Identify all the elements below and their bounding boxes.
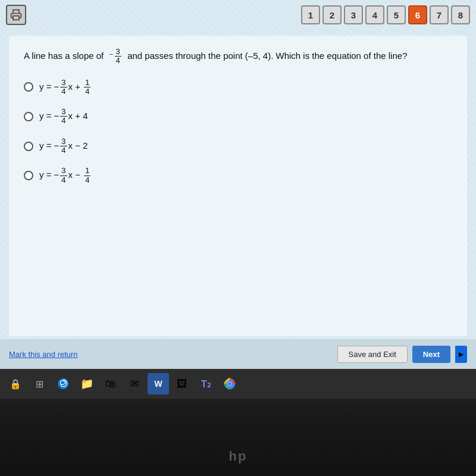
slope-fraction: 34 [115, 48, 121, 65]
taskbar-taskview-icon[interactable]: ⊞ [29, 373, 50, 394]
taskbar-security-icon[interactable]: 🔒 [5, 373, 26, 394]
question-area: A line has a slope of ⁻34 and passes thr… [9, 36, 467, 336]
answer-options: y = −34x + 14 y = −34x + 4 y = −34x − 2 [24, 79, 452, 184]
radio-b[interactable] [24, 112, 33, 121]
taskbar-word-icon[interactable]: W [148, 373, 169, 394]
option-a-text: y = −34x + 14 [39, 79, 92, 96]
taskbar-store-icon[interactable]: 🛍 [100, 373, 121, 394]
q-num-7[interactable]: 7 [430, 5, 449, 24]
option-b[interactable]: y = −34x + 4 [24, 108, 452, 126]
option-c-text: y = −34x − 2 [39, 137, 88, 155]
hp-logo: hp [229, 449, 248, 464]
mark-return-link[interactable]: Mark this and return [9, 350, 78, 359]
bottom-bar: Mark this and return Save and Exit Next … [0, 339, 476, 369]
quiz-screen: 1 2 3 4 5 6 7 8 A line has a slope of ⁻3… [0, 0, 476, 369]
q-num-6[interactable]: 6 [408, 5, 427, 24]
q-num-2[interactable]: 2 [322, 5, 342, 24]
option-a[interactable]: y = −34x + 14 [24, 79, 452, 96]
radio-a[interactable] [24, 82, 33, 92]
question-numbers: 1 2 3 4 5 6 7 8 [301, 5, 470, 24]
screen: 1 2 3 4 5 6 7 8 A line has a slope of ⁻3… [0, 0, 476, 476]
svg-point-4 [228, 382, 231, 386]
radio-c[interactable] [24, 142, 33, 151]
next-button[interactable]: Next [412, 346, 450, 363]
taskbar: 🔒 ⊞ 📁 🛍 ✉ W 🖼 T₂ [0, 369, 476, 399]
radio-d[interactable] [24, 171, 33, 180]
q-num-1[interactable]: 1 [301, 5, 320, 24]
q-num-3[interactable]: 3 [344, 5, 363, 24]
option-c[interactable]: y = −34x − 2 [24, 137, 452, 155]
top-bar: 1 2 3 4 5 6 7 8 [0, 5, 476, 25]
taskbar-mail-icon[interactable]: ✉ [124, 373, 145, 394]
laptop-bottom: 🔒 ⊞ 📁 🛍 ✉ W 🖼 T₂ [0, 369, 476, 476]
next-arrow-button[interactable]: ► [455, 346, 467, 363]
taskbar-edge-icon[interactable] [52, 373, 74, 394]
q-num-5[interactable]: 5 [387, 5, 406, 24]
taskbar-photos-icon[interactable]: 🖼 [171, 373, 193, 394]
q-num-8[interactable]: 8 [451, 5, 470, 24]
save-exit-button[interactable]: Save and Exit [337, 346, 408, 363]
q-num-4[interactable]: 4 [365, 5, 384, 24]
option-d-text: y = −34x − 14 [39, 167, 92, 184]
printer-icon[interactable] [6, 5, 26, 25]
bottom-buttons: Save and Exit Next ► [337, 346, 467, 363]
taskbar-chrome-icon[interactable] [219, 373, 240, 394]
svg-rect-0 [13, 16, 19, 20]
option-b-text: y = −34x + 4 [39, 108, 88, 126]
option-d[interactable]: y = −34x − 14 [24, 167, 452, 184]
question-text: A line has a slope of ⁻34 and passes thr… [24, 48, 452, 65]
taskbar-teams-icon[interactable]: T₂ [195, 373, 217, 394]
taskbar-explorer-icon[interactable]: 📁 [76, 373, 98, 394]
